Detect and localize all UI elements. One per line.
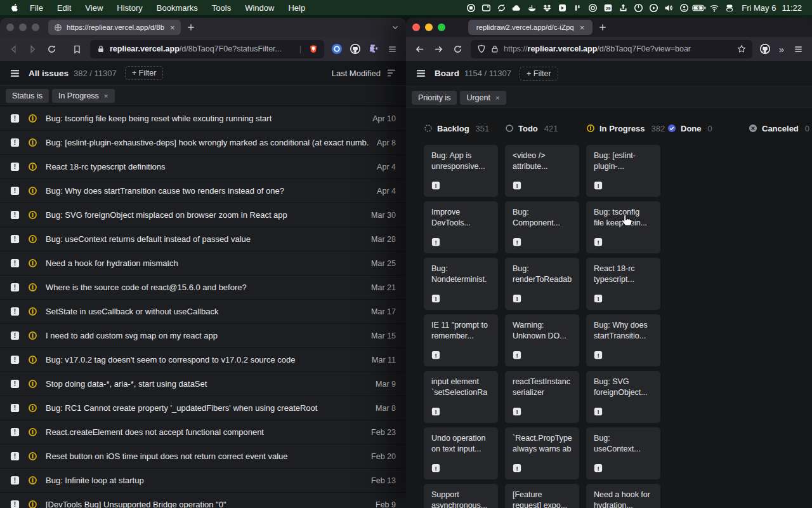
issue-row[interactable]: !Stop doing data-*, aria-*, start using … bbox=[0, 372, 406, 396]
sort-icon[interactable] bbox=[386, 69, 396, 77]
minimize-window-button[interactable] bbox=[19, 23, 27, 31]
kanban-card[interactable]: Bug:useContext...! bbox=[586, 427, 660, 479]
profiles-icon[interactable] bbox=[722, 3, 737, 13]
menu-window[interactable]: Window bbox=[238, 3, 281, 13]
sync-icon[interactable] bbox=[494, 3, 509, 13]
docker-icon[interactable] bbox=[524, 3, 539, 13]
issue-row[interactable]: !Bug: RC1 Cannot create property '_updat… bbox=[0, 396, 406, 420]
add-filter-button[interactable]: + Filter bbox=[520, 67, 558, 81]
sidebar-menu-icon[interactable] bbox=[10, 68, 20, 79]
screen-record-icon[interactable] bbox=[463, 3, 478, 13]
menu-view[interactable]: View bbox=[78, 3, 110, 13]
tab-list-chevron-icon[interactable] bbox=[391, 23, 400, 32]
kanban-card[interactable]: IE 11 "prompt toremember...! bbox=[424, 314, 498, 366]
menu-history[interactable]: History bbox=[110, 3, 149, 13]
toolbar-overflow-icon[interactable]: » bbox=[775, 44, 788, 55]
shortcuts-icon[interactable] bbox=[554, 3, 570, 13]
onepassword-icon[interactable] bbox=[585, 3, 600, 13]
onepassword-extension-icon[interactable] bbox=[329, 41, 345, 57]
issue-row[interactable]: !Reset button on iOS time input does not… bbox=[0, 444, 406, 469]
github-extension-icon[interactable] bbox=[757, 41, 773, 57]
menu-file[interactable]: File bbox=[23, 3, 50, 13]
menu-edit[interactable]: Edit bbox=[50, 3, 78, 13]
close-window-button[interactable] bbox=[6, 23, 14, 31]
issue-row[interactable]: !Bug: v17.0.2 tag doesn't seem to corres… bbox=[0, 348, 406, 372]
browser-tab[interactable]: replidraw2.vercel.app/d/c-iZpq × bbox=[468, 20, 593, 35]
dropbox-icon[interactable] bbox=[539, 3, 554, 13]
apple-menu-icon[interactable] bbox=[6, 3, 23, 13]
kanban-card[interactable]: reactTestInstancserializer! bbox=[505, 371, 579, 423]
kanban-card[interactable]: Bug: Why doesstartTransitio...! bbox=[586, 314, 660, 366]
kanban-card[interactable]: Undo operationon text input...! bbox=[424, 427, 498, 479]
issue-row[interactable]: !Bug: SVG foreignObject misplaced on bro… bbox=[0, 203, 406, 227]
wifi-icon[interactable] bbox=[707, 3, 722, 13]
github-extension-icon[interactable] bbox=[347, 41, 363, 57]
tab-close-icon[interactable]: × bbox=[579, 23, 585, 32]
back-button[interactable] bbox=[5, 41, 22, 57]
assistant-icon[interactable] bbox=[676, 3, 691, 13]
tab-close-icon[interactable]: × bbox=[169, 23, 175, 32]
filter-chip[interactable]: Urgent× bbox=[460, 91, 506, 105]
issue-row[interactable]: !Bug: Infinite loop at startupFeb 13 bbox=[0, 469, 406, 493]
browser-tab[interactable]: https://repliear.vercel.app/d/8b × bbox=[48, 20, 181, 35]
reload-button[interactable] bbox=[449, 41, 466, 57]
calendar-icon[interactable]: 29 bbox=[600, 3, 615, 13]
power-icon[interactable] bbox=[631, 3, 646, 13]
back-button[interactable] bbox=[411, 41, 428, 57]
url-bar[interactable]: https://repliear.vercel.app/d/8bTaoq7F0e… bbox=[471, 40, 752, 58]
minimize-window-button[interactable] bbox=[425, 23, 433, 31]
close-window-button[interactable] bbox=[412, 23, 420, 31]
filter-chip[interactable]: In Progress× bbox=[52, 89, 115, 103]
sidebar-menu-icon[interactable] bbox=[416, 68, 426, 79]
remove-filter-icon[interactable]: × bbox=[104, 92, 108, 100]
kanban-card[interactable]: Bug: [eslint-plugin-...! bbox=[586, 145, 660, 197]
menu-hamburger-icon[interactable] bbox=[790, 41, 807, 57]
play-icon[interactable] bbox=[646, 3, 661, 13]
filter-chip[interactable]: Priority is bbox=[412, 91, 457, 105]
kanban-card[interactable]: Bug:Nondeterminist.! bbox=[424, 258, 498, 310]
menu-hamburger-icon[interactable] bbox=[384, 41, 401, 57]
issue-row[interactable]: !React 18-rc typescript definitionsApr 4 bbox=[0, 155, 406, 179]
kanban-card[interactable]: Bug:renderToReadab! bbox=[505, 258, 579, 310]
kanban-card[interactable]: Warning:Unknown DO...! bbox=[505, 314, 579, 366]
issue-row[interactable]: ![DevTools Bug] Unsupported Bridge opera… bbox=[0, 493, 406, 508]
issue-row[interactable]: !Where is the source code of react@15.6.… bbox=[0, 276, 406, 300]
issue-row[interactable]: !Bug: [eslint-plugin-exhaustive-deps] ho… bbox=[0, 131, 406, 155]
kanban-card[interactable]: Bug: App isunresponsive...! bbox=[424, 145, 498, 197]
brave-shield-icon[interactable] bbox=[309, 44, 318, 53]
add-filter-button[interactable]: + Filter bbox=[125, 66, 164, 80]
volume-icon[interactable] bbox=[661, 3, 676, 13]
issue-row[interactable]: !Need a hook for hydration mismatchMar 2… bbox=[0, 251, 406, 276]
kanban-card[interactable]: input element`setSelectionRa! bbox=[424, 371, 498, 423]
remove-filter-icon[interactable]: × bbox=[495, 94, 500, 102]
new-tab-button[interactable] bbox=[598, 23, 607, 32]
forward-button[interactable] bbox=[430, 41, 447, 57]
issue-row[interactable]: !I need to add custom svg map on my reac… bbox=[0, 324, 406, 348]
url-bar[interactable]: repliear.vercel.app/d/8bTaoq7F0e?statusF… bbox=[90, 40, 324, 58]
filter-chip[interactable]: Status is bbox=[6, 89, 49, 103]
kanban-card[interactable]: Bug:Component...! bbox=[505, 201, 579, 253]
kanban-card[interactable]: ImproveDevTools...! bbox=[424, 201, 498, 253]
issue-row[interactable]: !SetState in useCallback or without useC… bbox=[0, 300, 406, 324]
kanban-card[interactable]: `React.PropTypealways warns ab! bbox=[505, 427, 579, 479]
menu-tools[interactable]: Tools bbox=[205, 3, 238, 13]
kanban-card[interactable]: Need a hook forhydration...! bbox=[586, 484, 660, 508]
cloud-icon[interactable] bbox=[509, 3, 524, 13]
reload-button[interactable] bbox=[43, 41, 60, 57]
kanban-card[interactable]: Supportasynchronous...! bbox=[424, 484, 498, 508]
new-tab-button[interactable] bbox=[187, 23, 195, 32]
kanban-card[interactable]: Bug: SVGforeignObject...! bbox=[586, 371, 660, 423]
menu-bookmarks[interactable]: Bookmarks bbox=[150, 3, 205, 13]
forward-button[interactable] bbox=[24, 41, 41, 57]
menu-help[interactable]: Help bbox=[281, 3, 312, 13]
bookmark-icon[interactable] bbox=[69, 41, 86, 57]
stats-icon[interactable] bbox=[570, 3, 585, 13]
issue-row[interactable]: !Bug: tsconfig file keep being reset whi… bbox=[0, 107, 406, 131]
issue-row[interactable]: !React.createElement does not accept fun… bbox=[0, 420, 406, 444]
extensions-puzzle-icon[interactable] bbox=[365, 41, 382, 57]
backup-icon[interactable] bbox=[615, 3, 631, 13]
kanban-card[interactable]: [Featurerequest] expo...! bbox=[505, 484, 579, 508]
bookmark-star-icon[interactable] bbox=[737, 44, 746, 53]
tracking-shield-icon[interactable] bbox=[477, 44, 486, 53]
issue-row[interactable]: !Bug: Why does startTransition cause two… bbox=[0, 179, 406, 203]
